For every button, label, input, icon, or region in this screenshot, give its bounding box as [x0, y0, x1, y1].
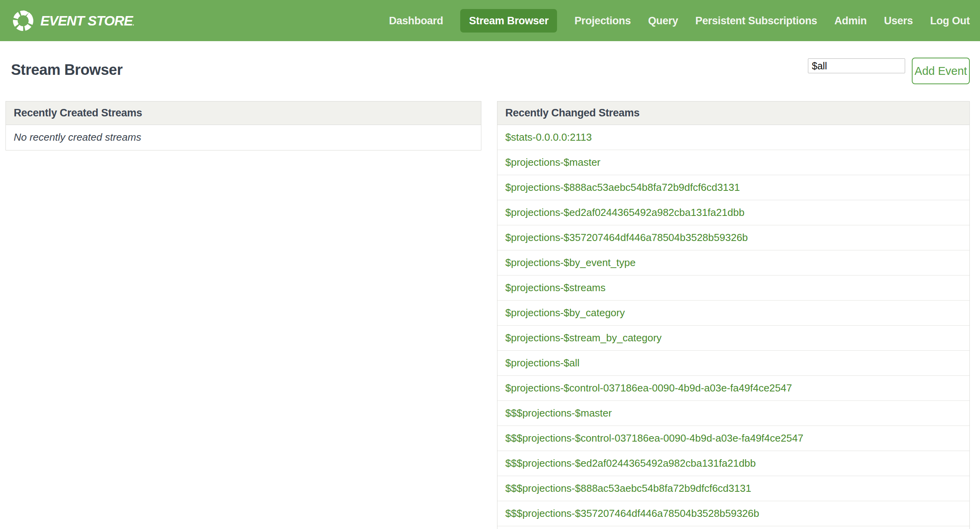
- stream-row: $projections-$ed2af0244365492a982cba131f…: [497, 200, 969, 225]
- eventstore-logo: EVENT STORE.: [12, 9, 134, 32]
- recently-changed-title: Recently Changed Streams: [497, 101, 969, 125]
- recently-created-title: Recently Created Streams: [6, 101, 481, 125]
- stream-link[interactable]: $projections-$by_event_type: [497, 250, 969, 275]
- stream-link[interactable]: $projections-$stream_by_category: [497, 326, 969, 350]
- stream-panels: Recently Created Streams No recently cre…: [5, 101, 970, 529]
- panel-tail: [497, 526, 969, 529]
- stream-link[interactable]: $$$projections-$888ac53aebc54b8fa72b9dfc…: [497, 476, 969, 501]
- stream-row: $$$projections-$888ac53aebc54b8fa72b9dfc…: [497, 476, 969, 501]
- stream-link[interactable]: $$$projections-$control-037186ea-0090-4b…: [497, 426, 969, 451]
- nav-item-log-out[interactable]: Log Out: [930, 9, 970, 33]
- stream-link[interactable]: $projections-$ed2af0244365492a982cba131f…: [497, 200, 969, 225]
- main-nav: DashboardStream BrowserProjectionsQueryP…: [389, 0, 970, 41]
- stream-list: $stats-0.0.0.0:2113 $projections-$master…: [497, 125, 969, 526]
- add-event-button[interactable]: Add Event: [912, 58, 970, 84]
- stream-row: $projections-$streams: [497, 275, 969, 301]
- top-navbar: EVENT STORE. DashboardStream BrowserProj…: [0, 0, 980, 41]
- stream-row: $stats-0.0.0.0:2113: [497, 125, 969, 150]
- stream-name-input[interactable]: [808, 58, 905, 73]
- stream-row: $projections-$by_event_type: [497, 250, 969, 275]
- eventstore-ring-icon: [12, 9, 34, 32]
- stream-link[interactable]: $$$projections-$357207464df446a78504b352…: [497, 501, 969, 526]
- nav-item-projections[interactable]: Projections: [574, 9, 631, 33]
- recently-created-panel: Recently Created Streams No recently cre…: [5, 101, 481, 150]
- stream-row: $projections-$master: [497, 150, 969, 175]
- nav-item-stream-browser[interactable]: Stream Browser: [460, 9, 557, 33]
- nav-item-admin[interactable]: Admin: [835, 9, 867, 33]
- stream-controls: Add Event: [808, 58, 970, 84]
- stream-row: $projections-$all: [497, 351, 969, 376]
- stream-row: $$$projections-$ed2af0244365492a982cba13…: [497, 451, 969, 476]
- stream-link[interactable]: $projections-$all: [497, 351, 969, 375]
- stream-link[interactable]: $projections-$by_category: [497, 301, 969, 325]
- stream-row: $$$projections-$control-037186ea-0090-4b…: [497, 426, 969, 451]
- stream-row: $projections-$by_category: [497, 301, 969, 326]
- stream-row: $$$projections-$master: [497, 401, 969, 426]
- stream-link[interactable]: $projections-$357207464df446a78504b3528b…: [497, 225, 969, 250]
- nav-item-dashboard[interactable]: Dashboard: [389, 9, 443, 33]
- stream-link[interactable]: $$$projections-$ed2af0244365492a982cba13…: [497, 451, 969, 476]
- stream-link[interactable]: $projections-$888ac53aebc54b8fa72b9dfcf6…: [497, 175, 969, 200]
- stream-row: $$$projections-$357207464df446a78504b352…: [497, 501, 969, 526]
- stream-row: $projections-$888ac53aebc54b8fa72b9dfcf6…: [497, 175, 969, 200]
- page-header: Stream Browser Add Event: [0, 41, 980, 84]
- recently-changed-panel: Recently Changed Streams $stats-0.0.0.0:…: [497, 101, 970, 529]
- logo-mark: .: [132, 20, 134, 27]
- stream-link[interactable]: $projections-$master: [497, 150, 969, 175]
- page-title: Stream Browser: [11, 62, 122, 78]
- logo-wordmark: EVENT STORE.: [40, 13, 134, 29]
- stream-row: $projections-$357207464df446a78504b3528b…: [497, 225, 969, 250]
- stream-row: $projections-$control-037186ea-0090-4b9d…: [497, 376, 969, 401]
- stream-link[interactable]: $projections-$control-037186ea-0090-4b9d…: [497, 376, 969, 400]
- nav-item-query[interactable]: Query: [648, 9, 678, 33]
- stream-link[interactable]: $$$projections-$master: [497, 401, 969, 426]
- stream-link[interactable]: $projections-$streams: [497, 275, 969, 300]
- nav-item-users[interactable]: Users: [884, 9, 913, 33]
- stream-link[interactable]: $stats-0.0.0.0:2113: [497, 125, 969, 150]
- nav-item-persistent-subscriptions[interactable]: Persistent Subscriptions: [695, 9, 817, 33]
- stream-row: $projections-$stream_by_category: [497, 326, 969, 351]
- no-streams-message: No recently created streams: [6, 125, 481, 150]
